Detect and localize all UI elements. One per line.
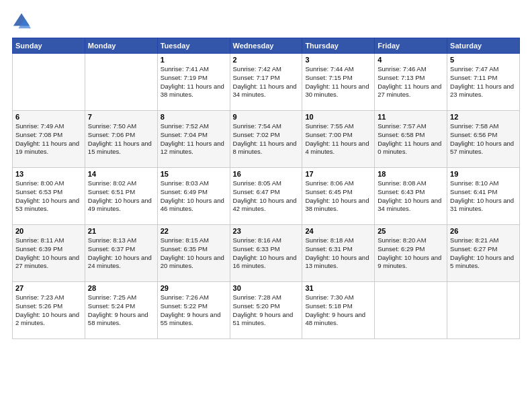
day-number: 24 — [305, 227, 371, 235]
calendar-cell — [13, 54, 85, 111]
day-number: 4 — [378, 56, 444, 64]
day-detail: Sunrise: 8:21 AMSunset: 6:27 PMDaylight:… — [450, 236, 517, 271]
day-detail: Sunrise: 8:02 AMSunset: 6:51 PMDaylight:… — [88, 179, 154, 214]
calendar-cell: 4Sunrise: 7:46 AMSunset: 7:13 PMDaylight… — [375, 54, 447, 111]
day-detail: Sunrise: 7:30 AMSunset: 5:18 PMDaylight:… — [305, 293, 371, 328]
calendar-header: SundayMondayTuesdayWednesdayThursdayFrid… — [13, 38, 520, 54]
logo-icon — [12, 12, 31, 31]
day-header-monday: Monday — [85, 38, 157, 54]
day-detail: Sunrise: 7:58 AMSunset: 6:56 PMDaylight:… — [450, 122, 517, 156]
day-number: 26 — [450, 227, 517, 235]
day-number: 30 — [233, 284, 300, 292]
day-number: 8 — [161, 113, 227, 121]
calendar-body: 1Sunrise: 7:41 AMSunset: 7:19 PMDaylight… — [13, 54, 520, 339]
day-detail: Sunrise: 8:08 AMSunset: 6:43 PMDaylight:… — [378, 179, 444, 214]
day-detail: Sunrise: 7:49 AMSunset: 7:08 PMDaylight:… — [15, 122, 82, 156]
calendar-cell: 2Sunrise: 7:42 AMSunset: 7:17 PMDaylight… — [230, 54, 302, 111]
calendar-cell: 31Sunrise: 7:30 AMSunset: 5:18 PMDayligh… — [302, 282, 375, 339]
day-detail: Sunrise: 7:42 AMSunset: 7:17 PMDaylight:… — [233, 65, 300, 99]
day-number: 18 — [378, 170, 444, 178]
calendar-cell: 23Sunrise: 8:16 AMSunset: 6:33 PMDayligh… — [230, 225, 302, 282]
calendar-cell: 8Sunrise: 7:52 AMSunset: 7:04 PMDaylight… — [157, 111, 230, 168]
day-number: 10 — [305, 113, 371, 121]
day-number: 9 — [233, 113, 300, 121]
day-detail: Sunrise: 7:55 AMSunset: 7:00 PMDaylight:… — [305, 122, 371, 156]
calendar-cell — [85, 54, 157, 111]
day-detail: Sunrise: 8:16 AMSunset: 6:33 PMDaylight:… — [233, 236, 300, 271]
day-number: 23 — [233, 227, 300, 235]
day-number: 20 — [15, 227, 82, 235]
day-number: 13 — [15, 170, 82, 178]
day-detail: Sunrise: 7:52 AMSunset: 7:04 PMDaylight:… — [161, 122, 227, 156]
days-row: SundayMondayTuesdayWednesdayThursdayFrid… — [13, 38, 520, 54]
day-detail: Sunrise: 8:20 AMSunset: 6:29 PMDaylight:… — [378, 236, 444, 271]
day-detail: Sunrise: 7:23 AMSunset: 5:26 PMDaylight:… — [15, 293, 82, 328]
week-row-4: 20Sunrise: 8:11 AMSunset: 6:39 PMDayligh… — [13, 225, 520, 282]
calendar-cell: 26Sunrise: 8:21 AMSunset: 6:27 PMDayligh… — [447, 225, 520, 282]
calendar-cell: 17Sunrise: 8:06 AMSunset: 6:45 PMDayligh… — [302, 168, 375, 225]
day-number: 25 — [378, 227, 444, 235]
day-detail: Sunrise: 8:06 AMSunset: 6:45 PMDaylight:… — [305, 179, 371, 214]
calendar-table: SundayMondayTuesdayWednesdayThursdayFrid… — [12, 38, 520, 339]
week-row-1: 1Sunrise: 7:41 AMSunset: 7:19 PMDaylight… — [13, 54, 520, 111]
day-detail: Sunrise: 7:25 AMSunset: 5:24 PMDaylight:… — [88, 293, 154, 328]
day-detail: Sunrise: 8:15 AMSunset: 6:35 PMDaylight:… — [161, 236, 227, 271]
day-detail: Sunrise: 8:10 AMSunset: 6:41 PMDaylight:… — [450, 179, 517, 214]
day-detail: Sunrise: 7:57 AMSunset: 6:58 PMDaylight:… — [378, 122, 444, 156]
calendar-cell: 3Sunrise: 7:44 AMSunset: 7:15 PMDaylight… — [302, 54, 375, 111]
day-detail: Sunrise: 8:18 AMSunset: 6:31 PMDaylight:… — [305, 236, 371, 271]
day-number: 14 — [88, 170, 154, 178]
day-number: 3 — [305, 56, 371, 64]
calendar-cell: 14Sunrise: 8:02 AMSunset: 6:51 PMDayligh… — [85, 168, 157, 225]
calendar-cell: 28Sunrise: 7:25 AMSunset: 5:24 PMDayligh… — [85, 282, 157, 339]
day-number: 15 — [161, 170, 227, 178]
week-row-5: 27Sunrise: 7:23 AMSunset: 5:26 PMDayligh… — [13, 282, 520, 339]
day-detail: Sunrise: 7:50 AMSunset: 7:06 PMDaylight:… — [88, 122, 154, 156]
calendar-cell: 9Sunrise: 7:54 AMSunset: 7:02 PMDaylight… — [230, 111, 302, 168]
calendar-cell: 21Sunrise: 8:13 AMSunset: 6:37 PMDayligh… — [85, 225, 157, 282]
day-detail: Sunrise: 8:11 AMSunset: 6:39 PMDaylight:… — [15, 236, 82, 271]
day-detail: Sunrise: 7:47 AMSunset: 7:11 PMDaylight:… — [450, 65, 517, 99]
calendar-cell: 24Sunrise: 8:18 AMSunset: 6:31 PMDayligh… — [302, 225, 375, 282]
day-number: 16 — [233, 170, 300, 178]
day-number: 22 — [161, 227, 227, 235]
calendar-cell: 5Sunrise: 7:47 AMSunset: 7:11 PMDaylight… — [447, 54, 520, 111]
day-header-tuesday: Tuesday — [157, 38, 230, 54]
calendar-cell: 13Sunrise: 8:00 AMSunset: 6:53 PMDayligh… — [13, 168, 85, 225]
week-row-3: 13Sunrise: 8:00 AMSunset: 6:53 PMDayligh… — [13, 168, 520, 225]
calendar-cell: 19Sunrise: 8:10 AMSunset: 6:41 PMDayligh… — [447, 168, 520, 225]
day-number: 5 — [450, 56, 517, 64]
calendar-cell: 15Sunrise: 8:03 AMSunset: 6:49 PMDayligh… — [157, 168, 230, 225]
calendar-cell: 20Sunrise: 8:11 AMSunset: 6:39 PMDayligh… — [13, 225, 85, 282]
day-detail: Sunrise: 8:03 AMSunset: 6:49 PMDaylight:… — [161, 179, 227, 214]
day-number: 17 — [305, 170, 371, 178]
day-detail: Sunrise: 7:28 AMSunset: 5:20 PMDaylight:… — [233, 293, 300, 328]
day-detail: Sunrise: 8:05 AMSunset: 6:47 PMDaylight:… — [233, 179, 300, 214]
day-detail: Sunrise: 7:46 AMSunset: 7:13 PMDaylight:… — [378, 65, 444, 99]
calendar-cell: 22Sunrise: 8:15 AMSunset: 6:35 PMDayligh… — [157, 225, 230, 282]
logo — [12, 12, 34, 31]
calendar-cell: 10Sunrise: 7:55 AMSunset: 7:00 PMDayligh… — [302, 111, 375, 168]
day-number: 12 — [450, 113, 517, 121]
day-detail: Sunrise: 7:26 AMSunset: 5:22 PMDaylight:… — [161, 293, 227, 328]
day-header-friday: Friday — [375, 38, 447, 54]
calendar-cell: 12Sunrise: 7:58 AMSunset: 6:56 PMDayligh… — [447, 111, 520, 168]
calendar-cell: 16Sunrise: 8:05 AMSunset: 6:47 PMDayligh… — [230, 168, 302, 225]
calendar-cell — [447, 282, 520, 339]
day-number: 21 — [88, 227, 154, 235]
week-row-2: 6Sunrise: 7:49 AMSunset: 7:08 PMDaylight… — [13, 111, 520, 168]
day-number: 28 — [88, 284, 154, 292]
calendar-cell: 30Sunrise: 7:28 AMSunset: 5:20 PMDayligh… — [230, 282, 302, 339]
day-detail: Sunrise: 7:44 AMSunset: 7:15 PMDaylight:… — [305, 65, 371, 99]
day-number: 11 — [378, 113, 444, 121]
day-number: 19 — [450, 170, 517, 178]
day-header-saturday: Saturday — [447, 38, 520, 54]
day-header-thursday: Thursday — [302, 38, 375, 54]
calendar-cell: 27Sunrise: 7:23 AMSunset: 5:26 PMDayligh… — [13, 282, 85, 339]
header — [12, 12, 520, 31]
day-number: 2 — [233, 56, 300, 64]
day-number: 27 — [15, 284, 82, 292]
calendar-cell: 29Sunrise: 7:26 AMSunset: 5:22 PMDayligh… — [157, 282, 230, 339]
day-detail: Sunrise: 8:00 AMSunset: 6:53 PMDaylight:… — [15, 179, 82, 214]
day-number: 6 — [15, 113, 82, 121]
